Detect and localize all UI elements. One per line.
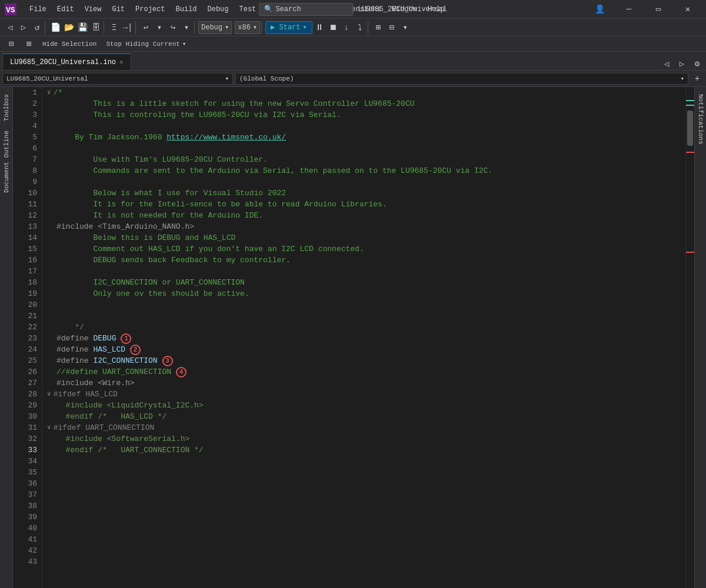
menu-project[interactable]: Project [131,3,169,16]
code-line-16: Below this is DEBUG and HAS_LCD [47,232,681,243]
close-button[interactable]: ✕ [674,0,701,19]
save-button[interactable]: 💾 [76,21,89,34]
toolbar-group-nav: ◁ ▷ ↺ [2,21,45,34]
toolbar: ◁ ▷ ↺ 📄 📂 💾 🗄 Ξ →| ↩ ▾ ↪ ▾ Debug ▾ x86 ▾… [0,19,706,36]
redo-button[interactable]: ↪ [166,21,179,34]
step-button[interactable]: ↓ [340,21,353,34]
misc-btn1[interactable]: ⊞ [372,21,385,34]
step-over-button[interactable]: ⤵ [354,21,367,34]
code-line-35: #include <LiquidCrystal_I2C.h> [47,400,681,411]
debug-config-dropdown[interactable]: Debug ▾ [198,21,232,34]
scope-add-btn[interactable]: + [691,72,704,85]
left-sidebar: Toolbox Document Outline [0,87,13,588]
editor-wrapper: LU9685_20CU_Universal ▾ (Global Scope) ▾… [0,71,706,588]
code-line-7 [47,143,681,154]
code-line-18: DEBUG sends back Feedback to my controll… [47,255,681,266]
notifications-tab[interactable]: Notifications [696,89,705,149]
toolbox-tab[interactable]: Toolbox [2,89,11,126]
scope-bar: LU9685_20CU_Universal ▾ (Global Scope) ▾… [0,71,706,87]
code-line-17: Comment out HAS_LCD if you don't have an… [47,243,681,255]
minimize-button[interactable]: ─ [615,0,642,19]
stop-hiding-btn[interactable]: Stop Hiding Current ▾ [104,39,188,49]
back-button[interactable]: ◁ [4,21,16,34]
toolbar-group-run: ▶ Start ▾ ⏸ ⏹ ↓ ⤵ [264,21,368,34]
editor-container: 1234567891011121314151617181920212223242… [13,87,694,588]
code-line-23 [47,310,681,322]
menu-edit[interactable]: Edit [52,3,79,16]
tab-scroll-left[interactable]: ◁ [660,57,673,70]
toolbar-group-misc: ⊞ ⊟ ▾ [371,21,413,34]
maximize-button[interactable]: ▭ [645,0,672,19]
indent-button[interactable]: →| [121,21,134,34]
title-bar: VS File Edit View Git Project Build Debu… [0,0,706,19]
scroll-mark-red1 [686,152,694,153]
misc-btn3[interactable]: ▾ [399,21,412,34]
scroll-thumb[interactable] [687,111,693,146]
global-scope-dropdown[interactable]: (Global Scope) ▾ [235,73,688,85]
menu-git[interactable]: Git [107,3,129,16]
search-box[interactable]: 🔍 Search [259,3,353,16]
expand-all-btn[interactable]: ⊞ [22,38,35,51]
pause-button[interactable]: ⏸ [313,21,326,34]
tab-main-file[interactable]: LU9685_20CU_Universal.ino ✕ [2,54,131,70]
right-sidebar: Notifications [694,87,706,588]
undo-button[interactable]: ↩ [139,21,152,34]
toolbar-group-format: Ξ →| [106,21,136,34]
code-line-40: #endif /* UART_CONNECTION */ [47,445,681,456]
code-line-4: This is controling the LU9685-20CU via I… [47,109,681,121]
scroll-mark-green2 [686,105,694,106]
code-line-11: Below is what I use for Visual Studio 20… [47,188,681,199]
code-line-2: ∨/* [47,87,681,98]
menu-build[interactable]: Build [171,3,201,16]
code-area[interactable]: ∨/* This is a little sketch for using th… [42,87,686,588]
tab-file-label: LU9685_20CU_Universal.ino [10,58,116,66]
redo-dropdown[interactable]: ▾ [180,21,193,34]
menu-test[interactable]: Test [235,3,261,16]
tab-settings-btn[interactable]: ⚙ [691,57,704,70]
code-line-20: I2C_CONNECTION or UART_CONNECTION [47,277,681,288]
undo-dropdown[interactable]: ▾ [153,21,166,34]
code-line-22 [47,299,681,310]
line-numbers: 1234567891011121314151617181920212223242… [13,87,42,588]
platform-dropdown[interactable]: x86 ▾ [235,21,260,34]
forward-button[interactable]: ▷ [17,21,30,34]
misc-btn2[interactable]: ⊟ [385,21,398,34]
window-title: LU9685_20CU_Universal [358,5,447,14]
code-line-29: #define I2C_CONNECTION3 [47,355,681,366]
code-line-21: Only one ov thes should be active. [47,288,681,299]
code-line-39: #include <SoftwareSerial.h> [47,433,681,445]
stop-button[interactable]: ⏹ [327,21,339,34]
menu-view[interactable]: View [80,3,106,16]
toolbar-group-file: 📄 📂 💾 🗄 [48,21,104,34]
toolbar-group-undoredo: ↩ ▾ ↪ ▾ [138,21,195,34]
code-line-9: Commands are sent to the Arduino via Ser… [47,165,681,176]
title-bar-right: 👤 ─ ▭ ✕ [586,0,701,19]
new-file-button[interactable]: 📄 [49,21,62,34]
collapse-all-btn[interactable]: ⊟ [5,38,18,51]
menu-debug[interactable]: Debug [202,3,233,16]
tab-bar: LU9685_20CU_Universal.ino ✕ ◁ ▷ ⚙ [0,52,706,71]
menu-file[interactable]: File [25,3,51,16]
code-line-19 [47,266,681,277]
code-line-30: //#define UART_CONNECTION4 [47,366,681,377]
scope-dropdown-arrow2: ▾ [680,75,684,82]
save-all-button[interactable]: 🗄 [89,21,102,34]
scrollbar[interactable] [686,87,694,588]
open-file-button[interactable]: 📂 [62,21,75,34]
tab-scroll-right[interactable]: ▷ [675,57,688,70]
doc-outline-tab[interactable]: Document Outline [2,126,11,198]
tab-close-btn[interactable]: ✕ [119,58,124,66]
scroll-mark-red2 [686,252,694,253]
format-button[interactable]: Ξ [108,21,121,34]
file-scope-dropdown[interactable]: LU9685_20CU_Universal ▾ [2,73,233,85]
refresh-button[interactable]: ↺ [31,21,44,34]
code-line-27: #define DEBUG1 [47,333,681,344]
start-button[interactable]: ▶ Start ▾ [265,21,312,34]
hide-selection-btn[interactable]: Hide Selection [40,39,99,49]
code-line-24: */ [47,322,681,333]
user-icon[interactable]: 👤 [586,0,613,19]
tab-bar-right: ◁ ▷ ⚙ [660,57,704,70]
code-line-12: It is for the Inteli-sence to be able to… [47,199,681,210]
code-line-38: ∨#ifdef UART_CONNECTION [47,422,681,433]
code-line-34: ∨#ifdef HAS_LCD [47,389,681,400]
